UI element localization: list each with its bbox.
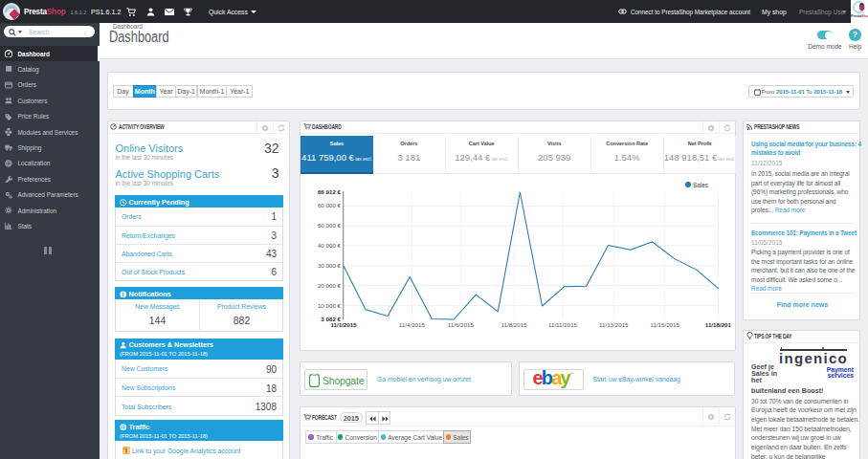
svg-text:30 000 €: 30 000 €: [318, 262, 342, 269]
svg-text:11/8/2015: 11/8/2015: [501, 321, 528, 328]
svg-text:40 000 €: 40 000 €: [318, 242, 342, 249]
svg-text:11/18/201: 11/18/201: [705, 321, 732, 328]
svg-text:11/13/2015: 11/13/2015: [599, 321, 629, 328]
svg-text:11/11/2015: 11/11/2015: [548, 321, 578, 328]
svg-text:11/1/2015: 11/1/2015: [330, 321, 357, 328]
svg-text:50 000 €: 50 000 €: [318, 222, 342, 229]
svg-text:20 000 €: 20 000 €: [318, 282, 342, 289]
svg-text:Sales: Sales: [693, 182, 708, 188]
svg-text:60 000 €: 60 000 €: [318, 202, 342, 208]
svg-text:11/6/2015: 11/6/2015: [448, 321, 475, 328]
svg-text:11/4/2015: 11/4/2015: [399, 321, 426, 328]
svg-text:10 000 €: 10 000 €: [318, 302, 342, 309]
svg-text:11/15/2015: 11/15/2015: [650, 321, 679, 328]
svg-text:66 912 €: 66 912 €: [318, 188, 342, 195]
